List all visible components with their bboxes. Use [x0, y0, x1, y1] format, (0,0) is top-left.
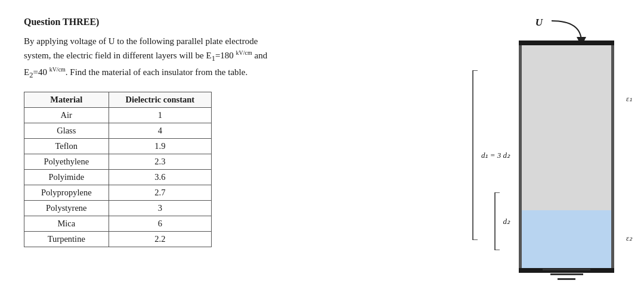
d2-annotation: d₂ [489, 192, 510, 250]
material-name: Turpentine [24, 232, 109, 247]
question-title: Question THREE) [24, 17, 358, 27]
ground-connector [519, 269, 614, 280]
material-name: Air [24, 108, 109, 123]
e2-label: ε₂ [626, 233, 632, 243]
dielectric-value: 6 [109, 216, 212, 232]
dielectric-value: 2.7 [109, 185, 212, 201]
d2-label: d₂ [503, 217, 510, 226]
question-body: By applying voltage of U to the followin… [24, 35, 358, 81]
table-row: Turpentine2.2 [24, 232, 212, 247]
table-row: Glass4 [24, 123, 212, 139]
d1-bracket [467, 70, 479, 240]
layer2 [522, 210, 611, 268]
dielectric-value: 1 [109, 108, 212, 123]
table-row: Air1 [24, 108, 212, 123]
left-panel: Question THREE) By applying voltage of U… [24, 17, 370, 247]
dielectric-value: 1.9 [109, 139, 212, 154]
right-panel: U ε₁ ε₂ [370, 17, 644, 291]
dielectric-value: 2.3 [109, 154, 212, 170]
table-row: Mica6 [24, 216, 212, 232]
diagram-container: U ε₁ ε₂ [376, 17, 626, 291]
table-row: Teflon1.9 [24, 139, 212, 154]
layer1 [522, 45, 611, 210]
dielectric-value: 4 [109, 123, 212, 139]
dielectric-value: 3.6 [109, 170, 212, 185]
dielectric-value: 3 [109, 201, 212, 216]
capacitor: ε₁ ε₂ [519, 41, 614, 273]
col-dielectric: Dielectric constant [109, 92, 212, 108]
material-name: Glass [24, 123, 109, 139]
col-material: Material [24, 92, 109, 108]
border-right [611, 45, 614, 268]
material-name: Polypropylene [24, 185, 109, 201]
material-name: Polystyrene [24, 201, 109, 216]
material-name: Polyethylene [24, 154, 109, 170]
table-row: Polystyrene3 [24, 201, 212, 216]
d2-bracket [489, 192, 501, 250]
table-row: Polyethylene2.3 [24, 154, 212, 170]
material-name: Teflon [24, 139, 109, 154]
material-name: Mica [24, 216, 109, 232]
table-row: Polyimide3.6 [24, 170, 212, 185]
d1-label: d₁ = 3 d₂ [481, 151, 510, 160]
material-table: Material Dielectric constant Air1Glass4T… [24, 92, 212, 247]
material-name: Polyimide [24, 170, 109, 185]
plate-top [519, 41, 614, 45]
table-row: Polypropylene2.7 [24, 185, 212, 201]
dielectric-value: 2.2 [109, 232, 212, 247]
e1-label: ε₁ [626, 94, 632, 104]
